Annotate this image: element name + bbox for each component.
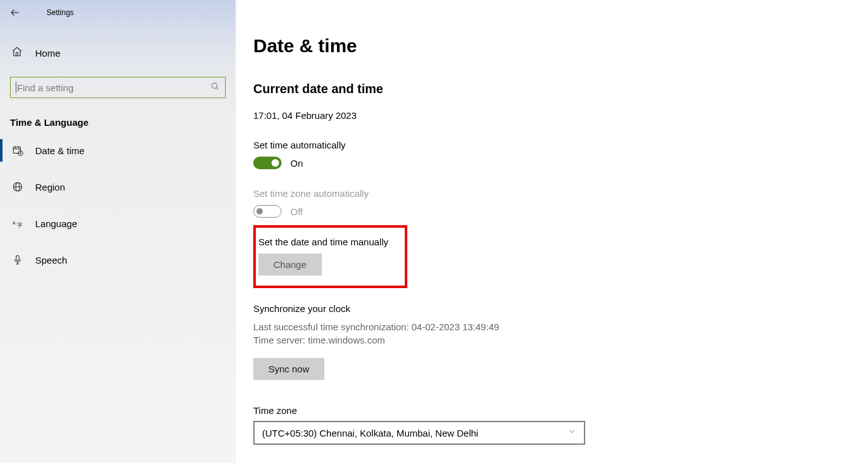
window-title: Settings [47, 8, 74, 17]
auto-time-toggle[interactable] [253, 157, 282, 169]
auto-tz-state: Off [290, 206, 303, 217]
sidebar-item-language[interactable]: A字 Language [0, 209, 236, 237]
microphone-icon [11, 254, 24, 266]
sidebar-item-date-time[interactable]: Date & time [0, 137, 236, 164]
svg-line-2 [216, 87, 219, 90]
home-icon [11, 46, 23, 60]
search-icon [211, 82, 220, 93]
sync-now-button[interactable]: Sync now [253, 358, 324, 380]
globe-icon [11, 181, 24, 193]
manual-label: Set the date and time manually [256, 237, 395, 247]
auto-time-state: On [290, 158, 303, 169]
language-icon: A字 [11, 217, 24, 230]
svg-point-1 [212, 83, 217, 88]
auto-tz-toggle [253, 205, 282, 218]
sidebar-item-label: Language [35, 218, 77, 229]
calendar-clock-icon [11, 144, 24, 157]
manual-datetime-highlight: Set the date and time manually Change [253, 225, 407, 288]
sidebar-item-label: Region [35, 182, 65, 192]
svg-rect-3 [13, 147, 20, 153]
sidebar-item-label: Speech [35, 255, 67, 265]
main-content: Date & time Current date and time 17:01,… [236, 0, 868, 463]
svg-text:字: 字 [17, 222, 23, 228]
svg-line-9 [21, 153, 22, 154]
timezone-heading: Time zone [253, 405, 868, 416]
svg-text:A: A [13, 220, 16, 226]
search-input[interactable] [17, 82, 211, 93]
change-button[interactable]: Change [258, 254, 322, 276]
back-button[interactable] [9, 6, 21, 19]
sidebar-item-region[interactable]: Region [0, 173, 236, 201]
titlebar: Settings [0, 0, 236, 23]
sidebar: Settings Home Time & Language Date & tim… [0, 0, 236, 463]
sync-last-info: Last successful time synchronization: 04… [253, 320, 868, 333]
auto-time-label: Set time automatically [253, 140, 868, 150]
nav-home[interactable]: Home [0, 40, 236, 65]
sync-server-info: Time server: time.windows.com [253, 333, 868, 347]
search-box[interactable] [10, 77, 226, 98]
sync-heading: Synchronize your clock [253, 303, 868, 314]
sidebar-item-speech[interactable]: Speech [0, 246, 236, 274]
current-datetime-heading: Current date and time [253, 82, 868, 96]
sidebar-group-heading: Time & Language [10, 117, 236, 128]
svg-rect-15 [16, 255, 19, 260]
sidebar-item-label: Date & time [35, 145, 84, 156]
timezone-value: (UTC+05:30) Chennai, Kolkata, Mumbai, Ne… [262, 428, 478, 438]
current-datetime-value: 17:01, 04 February 2023 [253, 110, 868, 121]
arrow-left-icon [9, 7, 21, 18]
chevron-down-icon [568, 427, 576, 438]
text-caret [16, 82, 16, 93]
nav-home-label: Home [35, 48, 60, 59]
auto-tz-label: Set time zone automatically [253, 188, 868, 199]
timezone-select[interactable]: (UTC+05:30) Chennai, Kolkata, Mumbai, Ne… [253, 421, 585, 445]
page-title: Date & time [253, 35, 868, 57]
